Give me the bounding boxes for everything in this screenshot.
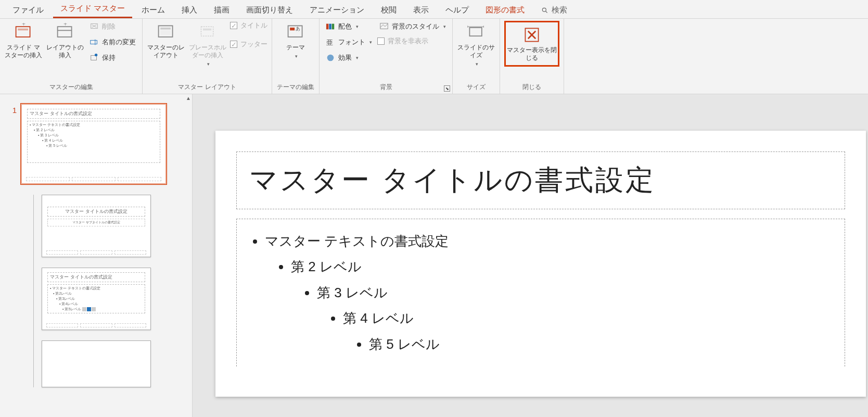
- svg-rect-29: [469, 28, 481, 36]
- footer-checkbox-label: フッター: [240, 40, 267, 49]
- thumb-footer: [46, 323, 146, 327]
- effects-icon: [326, 53, 335, 62]
- chevron-down-icon: ▾: [356, 24, 359, 29]
- footer-checkbox[interactable]: ✓: [230, 41, 237, 48]
- insert-placeholder-button[interactable]: プレースホルダーの挿入 ▾: [188, 21, 227, 69]
- effects-button[interactable]: 効果▾: [324, 52, 374, 64]
- tab-shape-format[interactable]: 図形の書式: [478, 1, 532, 18]
- slide-canvas[interactable]: マスター タイトルの書式設定 マスター テキストの書式設定 第 2 レベル 第 …: [215, 131, 866, 397]
- chevron-down-icon: ▾: [443, 24, 446, 29]
- bg-styles-button[interactable]: 背景のスタイル▾: [377, 21, 448, 32]
- svg-rect-19: [203, 29, 211, 31]
- colors-icon: [326, 22, 335, 31]
- colors-button[interactable]: 配色▾: [324, 21, 374, 32]
- svg-line-1: [546, 11, 547, 12]
- tab-file[interactable]: ファイル: [5, 1, 51, 18]
- thumbnail-pane[interactable]: ▲ 1 マスター タイトルの書式設定 • マスター テキストの書式設定 • 第 …: [0, 94, 193, 417]
- tab-home[interactable]: ホーム: [134, 1, 172, 18]
- workspace: ▲ 1 マスター タイトルの書式設定 • マスター テキストの書式設定 • 第 …: [0, 94, 868, 417]
- svg-rect-2: [16, 27, 30, 37]
- group-label-edit-master: マスターの編集: [4, 83, 138, 93]
- title-checkbox-label: タイトル: [240, 21, 267, 30]
- svg-text:＋: ＋: [21, 23, 27, 27]
- body-placeholder[interactable]: マスター テキストの書式設定 第 2 レベル 第 3 レベル 第 4 レベル 第…: [236, 219, 845, 367]
- insert-layout-button[interactable]: ＋ レイアウトの挿入: [46, 21, 84, 61]
- slide-editor[interactable]: マスター タイトルの書式設定 マスター テキストの書式設定 第 2 レベル 第 …: [193, 94, 868, 417]
- title-checkbox[interactable]: ✓: [230, 22, 237, 29]
- thumb-layout-title-slide[interactable]: マスター タイトルの書式設定 マスター サブタイトルの書式設定: [42, 195, 151, 257]
- themes-button[interactable]: あ テーマ ▾: [276, 21, 315, 61]
- thumb-body: • マスター テキストの書式設定 • 第2レベル • 第3レベル • 第4レベル…: [47, 284, 145, 313]
- close-icon: [522, 26, 541, 44]
- title-text: マスター タイトルの書式設定: [249, 161, 832, 199]
- tab-animations[interactable]: アニメーション: [302, 1, 372, 18]
- chevron-down-icon: ▾: [356, 55, 359, 60]
- search-label: 検索: [552, 5, 567, 15]
- group-edit-master: ＋ スライド マスターの挿入 ＋ レイアウトの挿入 削除 名前の変更 保持: [0, 19, 143, 94]
- delete-label: 削除: [102, 22, 116, 31]
- preserve-label: 保持: [102, 53, 116, 62]
- hide-bg-checkbox-row[interactable]: 背景を非表示: [377, 36, 448, 46]
- svg-rect-3: [18, 29, 28, 31]
- rename-icon: [90, 37, 99, 47]
- svg-rect-5: [58, 27, 72, 37]
- search-box[interactable]: 検索: [534, 1, 575, 18]
- delete-icon: [90, 22, 99, 31]
- slide-size-button[interactable]: スライドのサイズ ▾: [457, 21, 495, 69]
- chevron-down-icon: ▾: [295, 54, 298, 59]
- group-label-master-layout: マスター レイアウト: [147, 83, 267, 93]
- fonts-button[interactable]: 亜 フォント▾: [324, 36, 374, 48]
- preserve-button[interactable]: 保持: [87, 52, 138, 64]
- title-checkbox-row[interactable]: ✓ タイトル: [230, 21, 267, 30]
- insert-slide-master-button[interactable]: ＋ スライド マスターの挿入: [4, 21, 43, 61]
- title-placeholder[interactable]: マスター タイトルの書式設定: [236, 151, 845, 209]
- svg-rect-16: [160, 28, 171, 30]
- group-label-background: 背景: [324, 83, 448, 93]
- svg-point-0: [543, 8, 546, 11]
- tab-slide-master[interactable]: スライド マスター: [53, 0, 132, 18]
- bg-styles-label: 背景のスタイル: [392, 22, 439, 31]
- svg-text:あ: あ: [296, 26, 300, 31]
- themes-icon: あ: [286, 23, 305, 42]
- bullet-level-2: 第 2 レベル 第 3 レベル 第 4 レベル 第 5 レベル: [291, 254, 832, 357]
- thumb-footer: [46, 250, 146, 255]
- footer-checkbox-row[interactable]: ✓ フッター: [230, 40, 267, 49]
- effects-label: 効果: [338, 53, 352, 62]
- thumb-title: マスター タイトルの書式設定: [47, 207, 145, 217]
- close-master-highlight: マスター表示を閉じる: [504, 21, 559, 67]
- thumb-layout-blank[interactable]: [42, 340, 151, 387]
- master-layout-button[interactable]: マスターのレイアウト: [147, 21, 185, 61]
- fonts-icon: 亜: [326, 37, 335, 47]
- themes-label: テーマ: [286, 44, 305, 52]
- thumb-number: 1: [5, 104, 17, 115]
- scroll-up-arrow[interactable]: ▲: [186, 95, 191, 101]
- thumb-layout-title-content[interactable]: マスター タイトルの書式設定 • マスター テキストの書式設定 • 第2レベル …: [42, 268, 151, 330]
- svg-rect-17: [160, 30, 171, 35]
- rename-button[interactable]: 名前の変更: [87, 36, 138, 48]
- tab-strip: ファイル スライド マスター ホーム 挿入 描画 画面切り替え アニメーション …: [0, 0, 868, 19]
- svg-rect-18: [201, 27, 213, 36]
- group-background: 配色▾ 亜 フォント▾ 効果▾ 背景のスタイル▾ 背景を非表示: [320, 19, 453, 94]
- tab-help[interactable]: ヘルプ: [438, 1, 476, 18]
- tab-draw[interactable]: 描画: [207, 1, 237, 18]
- group-close: マスター表示を閉じる 閉じる: [500, 19, 564, 94]
- svg-rect-11: [91, 40, 97, 44]
- group-edit-theme: あ テーマ ▾ テーマの編集: [272, 19, 320, 94]
- master-layout-label: マスターのレイアウト: [147, 44, 185, 59]
- hide-bg-checkbox[interactable]: [377, 37, 385, 45]
- colors-label: 配色: [338, 22, 352, 31]
- delete-button[interactable]: 削除: [87, 21, 138, 32]
- search-icon: [541, 7, 548, 14]
- svg-point-27: [327, 55, 334, 61]
- background-dialog-launcher[interactable]: ⬊: [444, 85, 450, 92]
- svg-rect-25: [332, 24, 335, 30]
- chevron-down-icon: ▾: [369, 40, 372, 45]
- tab-insert[interactable]: 挿入: [174, 1, 205, 18]
- tab-view[interactable]: 表示: [406, 1, 436, 18]
- tab-review[interactable]: 校閲: [374, 1, 404, 18]
- layout-icon: ＋: [56, 23, 74, 42]
- fonts-label: フォント: [338, 37, 365, 47]
- close-master-view-button[interactable]: マスター表示を閉じる: [507, 23, 557, 64]
- thumb-slide-master[interactable]: マスター タイトルの書式設定 • マスター テキストの書式設定 • 第 2 レベ…: [21, 104, 167, 184]
- tab-transitions[interactable]: 画面切り替え: [239, 1, 300, 18]
